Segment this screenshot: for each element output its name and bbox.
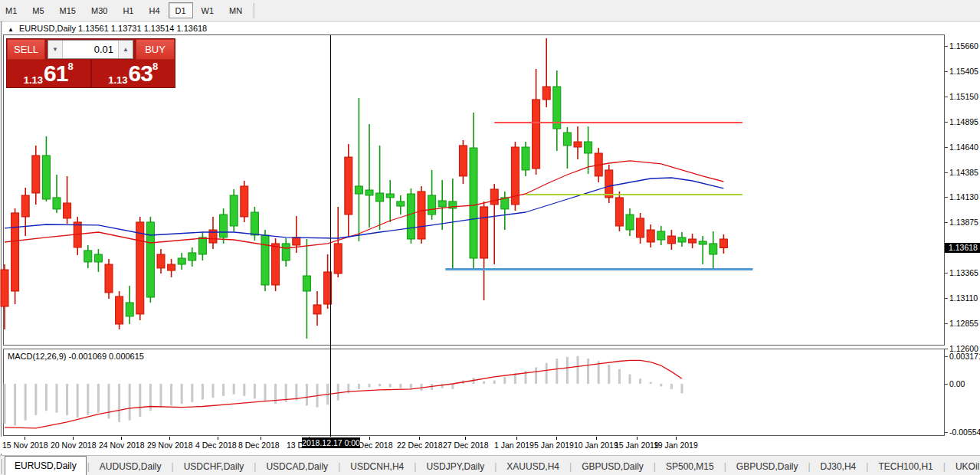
macd-histogram-bar <box>399 384 402 388</box>
chart-tab-audusd-1[interactable]: AUDUSD,Daily <box>90 458 171 475</box>
chart-tab-usdcad-3[interactable]: USDCAD,Daily <box>257 458 337 475</box>
chart-tab-ukoil-12[interactable]: UKOil,H1 <box>946 458 980 475</box>
macd-histogram-bar <box>535 367 537 384</box>
chart-ohlc-values: 1.13561 1.13731 1.13514 1.13618 <box>78 24 207 33</box>
date-tick-mark <box>637 437 637 440</box>
chart-tab-gbpusd-9[interactable]: GBPUSD,Daily <box>727 458 808 475</box>
chart-tab-dj30-10[interactable]: DJ30,H4 <box>811 458 866 475</box>
price-tick-mark <box>945 122 948 123</box>
sell-price-prefix: 1.13 <box>24 75 43 85</box>
macd-histogram-bar <box>660 384 662 386</box>
timeframe-button-h1[interactable]: H1 <box>116 2 140 18</box>
candle-body <box>146 222 154 297</box>
candle-body <box>689 239 696 243</box>
candle-body <box>220 215 228 238</box>
timeframe-button-w1[interactable]: W1 <box>195 2 221 18</box>
timeframe-button-d1[interactable]: D1 <box>169 2 193 18</box>
macd-histogram-bar <box>618 369 621 384</box>
chart-tab-xauusd-6[interactable]: XAUUSD,H4 <box>497 458 569 475</box>
date-tick-mark <box>556 437 557 440</box>
macd-histogram-bar <box>254 384 256 398</box>
date-tick-label: 27 Dec 2018 <box>443 441 489 450</box>
candle-body <box>188 253 196 260</box>
macd-histogram-bar <box>233 384 235 395</box>
chart-tab-usdjpy-5[interactable]: USDJPY,Daily <box>417 458 493 475</box>
timeframe-button-m1[interactable]: M1 <box>0 2 24 18</box>
price-axis[interactable]: 1.156601.154051.151501.148951.146401.143… <box>945 21 980 436</box>
timeframe-button-h4[interactable]: H4 <box>142 2 166 18</box>
sell-price-quote[interactable]: 1.13 61 8 <box>7 60 90 87</box>
volume-value[interactable]: 0.01 <box>63 41 118 58</box>
chart-tab-usdcnh-4[interactable]: USDCNH,H4 <box>341 458 413 475</box>
symbol-marker-icon: ▲ <box>8 26 14 33</box>
candle-body <box>459 146 467 176</box>
macd-histogram-bar <box>337 384 339 401</box>
volume-down-button[interactable]: ▼ <box>48 41 63 58</box>
macd-histogram-bar <box>493 380 496 384</box>
macd-histogram-bar <box>441 384 444 388</box>
date-tick-mark <box>73 437 74 440</box>
candle-body <box>542 87 550 100</box>
volume-stepper: ▼ 0.01 ▲ <box>48 40 133 59</box>
macd-tick-label: -0.005543 <box>949 428 980 437</box>
macd-histogram-bar <box>56 384 58 412</box>
macd-histogram-bar <box>108 384 110 418</box>
candle-body <box>365 190 373 195</box>
macd-tick-mark <box>945 432 948 433</box>
candle-body <box>470 148 477 258</box>
crosshair-vertical-line <box>330 35 331 437</box>
chart-tab-sp500-8[interactable]: SP500,M15 <box>657 458 723 475</box>
price-tick-mark <box>945 197 948 198</box>
candle-body <box>428 195 436 215</box>
macd-tick-label: 0.003171 <box>949 352 980 361</box>
sell-price-point: 8 <box>67 61 73 71</box>
price-tick-label: 1.14385 <box>949 168 978 177</box>
timeframe-button-m15[interactable]: M15 <box>53 2 83 18</box>
candle-body <box>251 212 258 235</box>
date-tick-label: 8 Dec 2018 <box>238 441 280 450</box>
macd-histogram-bar <box>681 384 683 393</box>
buy-button[interactable]: BUY <box>136 39 175 60</box>
buy-price-quote[interactable]: 1.13 63 8 <box>90 60 175 87</box>
crosshair-date-box: 2018.12.17 0:00 <box>302 437 360 448</box>
chart-tab-gbpusd-7[interactable]: GBPUSD,Daily <box>572 458 653 475</box>
macd-histogram-bar <box>34 384 37 415</box>
macd-histogram-bar <box>556 359 558 384</box>
volume-up-button[interactable]: ▲ <box>118 41 133 58</box>
date-tick-mark <box>25 437 25 440</box>
tabbar-grip <box>2 459 3 474</box>
price-tick-label: 1.14895 <box>949 117 978 126</box>
timeframe-button-mn[interactable]: MN <box>222 2 249 18</box>
macd-histogram-bar <box>577 356 579 384</box>
trading-terminal: M1M5M15M30H1H4D1W1MN ▲ EURUSD,Daily 1.13… <box>0 0 980 475</box>
macd-histogram-bar <box>170 384 172 405</box>
timeframe-button-m5[interactable]: M5 <box>25 2 51 18</box>
buy-price-point: 8 <box>152 61 158 71</box>
timeframe-button-m30[interactable]: M30 <box>84 2 114 18</box>
sell-button[interactable]: SELL <box>7 39 45 60</box>
macd-histogram-bar <box>191 384 193 402</box>
candle-body <box>261 235 269 285</box>
date-axis[interactable]: 2018.12.17 0:00 15 Nov 201820 Nov 201824… <box>0 437 945 454</box>
macd-histogram-bar <box>587 359 589 384</box>
macd-histogram-bar <box>243 384 245 396</box>
chart-tab-usdchf-2[interactable]: USDCHF,Daily <box>175 458 254 475</box>
candle-body <box>272 244 280 285</box>
candle-body <box>303 276 310 291</box>
candle-body <box>710 244 717 254</box>
price-tick-label: 1.14640 <box>949 142 978 152</box>
macd-histogram-bar <box>410 384 412 389</box>
price-tick-label: 1.15150 <box>949 92 978 101</box>
date-tick-mark <box>516 437 517 440</box>
chart-tab-eurusd-0[interactable]: EURUSD,Daily <box>5 456 87 475</box>
candle-body <box>178 258 185 264</box>
macd-histogram-bar <box>222 384 225 396</box>
date-tick-label: 1 Jan 2019 <box>494 441 534 450</box>
price-tick-label: 1.13365 <box>949 268 978 277</box>
chart-tab-tech100-11[interactable]: TECH100,H1 <box>869 458 942 475</box>
candle-body <box>334 244 342 274</box>
date-tick-mark <box>121 437 122 440</box>
date-tick-mark <box>676 437 677 440</box>
date-tick-label: 15 Jan 2019 <box>615 441 659 450</box>
candle-body <box>1 270 8 306</box>
